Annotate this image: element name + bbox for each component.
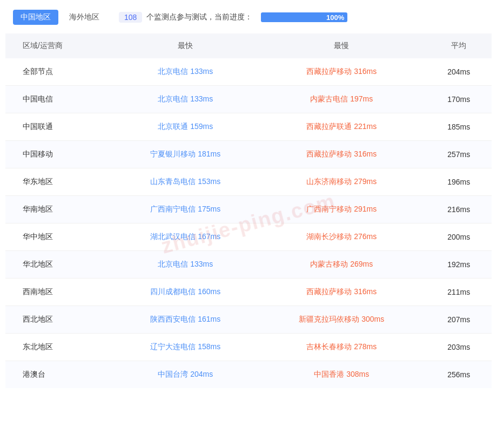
table-row: 华中地区湖北武汉电信 167ms湖南长沙移动 276ms200ms <box>5 223 492 251</box>
cell-fast: 四川成都电信 160ms <box>113 279 257 306</box>
tab-overseas[interactable]: 海外地区 <box>67 10 102 25</box>
cell-avg: 216ms <box>426 196 492 223</box>
cell-region: 华南地区 <box>5 196 113 223</box>
cell-region: 中国电信 <box>5 86 113 113</box>
cell-slow: 西藏拉萨移动 316ms <box>257 279 426 306</box>
cell-region: 全部节点 <box>5 58 113 86</box>
table-row: 中国移动宁夏银川移动 181ms西藏拉萨移动 316ms257ms <box>5 141 492 168</box>
cell-fast: 宁夏银川移动 181ms <box>113 141 257 168</box>
col-slow: 最慢 <box>257 33 426 58</box>
cell-fast: 广西南宁电信 175ms <box>113 196 257 223</box>
cell-fast: 北京电信 133ms <box>113 251 257 279</box>
cell-avg: 211ms <box>426 279 492 306</box>
progress-bar-container: 100% <box>261 12 347 22</box>
table-row: 东北地区辽宁大连电信 158ms吉林长春移动 278ms203ms <box>5 334 492 361</box>
table-row: 西北地区陕西西安电信 161ms新疆克拉玛依移动 300ms207ms <box>5 306 492 334</box>
progress-bar: 100% <box>261 12 347 22</box>
col-region: 区域/运营商 <box>5 33 113 58</box>
table-row: 港澳台中国台湾 204ms中国香港 308ms256ms <box>5 361 492 389</box>
cell-region: 西南地区 <box>5 279 113 306</box>
cell-slow: 山东济南移动 279ms <box>257 168 426 196</box>
cell-slow: 吉林长春移动 278ms <box>257 334 426 361</box>
cell-fast: 北京联通 159ms <box>113 113 257 141</box>
cell-region: 中国联通 <box>5 113 113 141</box>
cell-avg: 170ms <box>426 86 492 113</box>
cell-avg: 256ms <box>426 361 492 389</box>
top-bar: 中国地区 海外地区 108 个监测点参与测试，当前进度： 100% <box>0 0 497 33</box>
cell-fast: 中国台湾 204ms <box>113 361 257 389</box>
cell-slow: 西藏拉萨移动 316ms <box>257 58 426 86</box>
cell-fast: 陕西西安电信 161ms <box>113 306 257 334</box>
cell-slow: 西藏拉萨联通 221ms <box>257 113 426 141</box>
progress-text: 100% <box>326 13 344 22</box>
cell-region: 港澳台 <box>5 361 113 389</box>
col-fast: 最快 <box>113 33 257 58</box>
cell-avg: 185ms <box>426 113 492 141</box>
cell-region: 中国移动 <box>5 141 113 168</box>
tab-china[interactable]: 中国地区 <box>13 10 58 25</box>
table-row: 中国电信北京电信 133ms内蒙古电信 197ms170ms <box>5 86 492 113</box>
table-row: 华南地区广西南宁电信 175ms广西南宁移动 291ms216ms <box>5 196 492 223</box>
cell-avg: 200ms <box>426 223 492 251</box>
cell-slow: 湖南长沙移动 276ms <box>257 223 426 251</box>
cell-region: 华北地区 <box>5 251 113 279</box>
cell-avg: 192ms <box>426 251 492 279</box>
table-row: 华东地区山东青岛电信 153ms山东济南移动 279ms196ms <box>5 168 492 196</box>
table-header-row: 区域/运营商 最快 最慢 平均 <box>5 33 492 58</box>
monitor-label: 个监测点参与测试，当前进度： <box>146 12 252 22</box>
cell-slow: 内蒙古电信 197ms <box>257 86 426 113</box>
cell-slow: 新疆克拉玛依移动 300ms <box>257 306 426 334</box>
cell-fast: 湖北武汉电信 167ms <box>113 223 257 251</box>
cell-avg: 204ms <box>426 58 492 86</box>
table-row: 西南地区四川成都电信 160ms西藏拉萨移动 316ms211ms <box>5 279 492 306</box>
table-row: 全部节点北京电信 133ms西藏拉萨移动 316ms204ms <box>5 58 492 86</box>
cell-fast: 山东青岛电信 153ms <box>113 168 257 196</box>
cell-region: 东北地区 <box>5 334 113 361</box>
col-avg: 平均 <box>426 33 492 58</box>
monitor-count: 108 <box>119 12 142 23</box>
cell-avg: 207ms <box>426 306 492 334</box>
cell-fast: 北京电信 133ms <box>113 58 257 86</box>
cell-avg: 196ms <box>426 168 492 196</box>
monitor-info: 108 个监测点参与测试，当前进度： 100% <box>119 12 347 23</box>
table-row: 中国联通北京联通 159ms西藏拉萨联通 221ms185ms <box>5 113 492 141</box>
cell-slow: 西藏拉萨移动 316ms <box>257 141 426 168</box>
cell-region: 华东地区 <box>5 168 113 196</box>
cell-avg: 203ms <box>426 334 492 361</box>
speed-table: 区域/运营商 最快 最慢 平均 全部节点北京电信 133ms西藏拉萨移动 316… <box>5 33 492 388</box>
cell-fast: 辽宁大连电信 158ms <box>113 334 257 361</box>
table-row: 华北地区北京电信 133ms内蒙古移动 269ms192ms <box>5 251 492 279</box>
cell-slow: 内蒙古移动 269ms <box>257 251 426 279</box>
table-wrapper: 区域/运营商 最快 最慢 平均 全部节点北京电信 133ms西藏拉萨移动 316… <box>0 33 497 388</box>
cell-fast: 北京电信 133ms <box>113 86 257 113</box>
cell-slow: 中国香港 308ms <box>257 361 426 389</box>
cell-region: 华中地区 <box>5 223 113 251</box>
cell-slow: 广西南宁移动 291ms <box>257 196 426 223</box>
cell-region: 西北地区 <box>5 306 113 334</box>
cell-avg: 257ms <box>426 141 492 168</box>
